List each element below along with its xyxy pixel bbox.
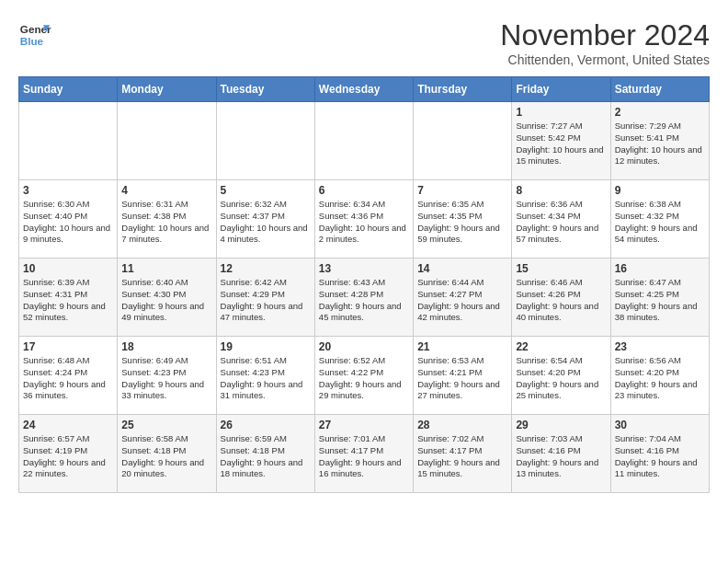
calendar-cell: 13Sunrise: 6:43 AM Sunset: 4:28 PM Dayli… (314, 259, 413, 337)
calendar-cell: 24Sunrise: 6:57 AM Sunset: 4:19 PM Dayli… (19, 415, 118, 493)
calendar-cell: 26Sunrise: 6:59 AM Sunset: 4:18 PM Dayli… (216, 415, 314, 493)
day-info: Sunrise: 7:01 AM Sunset: 4:17 PM Dayligh… (319, 433, 409, 480)
calendar-cell: 21Sunrise: 6:53 AM Sunset: 4:21 PM Dayli… (414, 337, 512, 415)
calendar-cell: 18Sunrise: 6:49 AM Sunset: 4:23 PM Dayli… (118, 337, 216, 415)
calendar-cell: 6Sunrise: 6:34 AM Sunset: 4:36 PM Daylig… (314, 180, 413, 259)
day-info: Sunrise: 7:27 AM Sunset: 5:42 PM Dayligh… (516, 121, 606, 167)
calendar-cell: 14Sunrise: 6:44 AM Sunset: 4:27 PM Dayli… (414, 259, 512, 337)
day-info: Sunrise: 7:03 AM Sunset: 4:16 PM Dayligh… (516, 433, 606, 480)
day-info: Sunrise: 6:40 AM Sunset: 4:30 PM Dayligh… (121, 277, 211, 324)
calendar-cell: 11Sunrise: 6:40 AM Sunset: 4:30 PM Dayli… (118, 259, 216, 337)
day-info: Sunrise: 6:54 AM Sunset: 4:20 PM Dayligh… (516, 355, 606, 402)
day-info: Sunrise: 6:35 AM Sunset: 4:35 PM Dayligh… (417, 199, 507, 246)
day-number: 22 (516, 340, 606, 353)
day-number: 26 (221, 419, 311, 431)
calendar-cell: 17Sunrise: 6:48 AM Sunset: 4:24 PM Dayli… (19, 337, 118, 415)
day-number: 11 (121, 262, 211, 275)
location-subtitle: Chittenden, Vermont, United States (500, 52, 710, 67)
day-info: Sunrise: 6:57 AM Sunset: 4:19 PM Dayligh… (23, 433, 113, 480)
month-title: November 2024 (500, 18, 710, 52)
calendar-cell (19, 102, 118, 180)
day-number: 24 (23, 419, 113, 431)
calendar-table: SundayMondayTuesdayWednesdayThursdayFrid… (18, 76, 710, 493)
calendar-week-row: 17Sunrise: 6:48 AM Sunset: 4:24 PM Dayli… (19, 337, 710, 415)
day-info: Sunrise: 6:31 AM Sunset: 4:38 PM Dayligh… (121, 199, 211, 246)
day-info: Sunrise: 6:43 AM Sunset: 4:28 PM Dayligh… (319, 277, 409, 324)
calendar-cell: 25Sunrise: 6:58 AM Sunset: 4:18 PM Dayli… (118, 415, 216, 493)
day-number: 12 (221, 262, 311, 275)
calendar-cell: 28Sunrise: 7:02 AM Sunset: 4:17 PM Dayli… (414, 415, 512, 493)
day-info: Sunrise: 6:51 AM Sunset: 4:23 PM Dayligh… (221, 355, 311, 402)
day-number: 2 (615, 106, 705, 119)
calendar-cell: 9Sunrise: 6:38 AM Sunset: 4:32 PM Daylig… (610, 180, 709, 259)
calendar-cell: 23Sunrise: 6:56 AM Sunset: 4:20 PM Dayli… (610, 337, 709, 415)
day-header-wednesday: Wednesday (314, 77, 413, 102)
day-info: Sunrise: 6:46 AM Sunset: 4:26 PM Dayligh… (516, 277, 606, 324)
day-header-sunday: Sunday (19, 77, 118, 102)
day-info: Sunrise: 6:52 AM Sunset: 4:22 PM Dayligh… (319, 355, 409, 402)
day-number: 18 (121, 340, 211, 353)
calendar-header-row: SundayMondayTuesdayWednesdayThursdayFrid… (19, 77, 710, 102)
day-info: Sunrise: 6:56 AM Sunset: 4:20 PM Dayligh… (615, 355, 705, 402)
calendar-cell: 8Sunrise: 6:36 AM Sunset: 4:34 PM Daylig… (512, 180, 610, 259)
day-info: Sunrise: 6:34 AM Sunset: 4:36 PM Dayligh… (319, 199, 409, 246)
day-header-saturday: Saturday (610, 77, 709, 102)
calendar-cell: 29Sunrise: 7:03 AM Sunset: 4:16 PM Dayli… (512, 415, 610, 493)
day-number: 6 (319, 184, 409, 197)
day-info: Sunrise: 6:47 AM Sunset: 4:25 PM Dayligh… (615, 277, 705, 324)
day-info: Sunrise: 6:59 AM Sunset: 4:18 PM Dayligh… (221, 433, 311, 480)
day-number: 25 (121, 419, 211, 431)
day-number: 4 (121, 184, 211, 197)
day-number: 29 (516, 419, 606, 431)
day-info: Sunrise: 6:49 AM Sunset: 4:23 PM Dayligh… (121, 355, 211, 402)
day-info: Sunrise: 6:30 AM Sunset: 4:40 PM Dayligh… (23, 199, 113, 246)
day-number: 15 (516, 262, 606, 275)
day-number: 28 (417, 419, 507, 431)
calendar-cell: 4Sunrise: 6:31 AM Sunset: 4:38 PM Daylig… (118, 180, 216, 259)
calendar-cell (118, 102, 216, 180)
day-header-friday: Friday (512, 77, 610, 102)
day-number: 9 (615, 184, 705, 197)
calendar-cell: 15Sunrise: 6:46 AM Sunset: 4:26 PM Dayli… (512, 259, 610, 337)
day-info: Sunrise: 6:58 AM Sunset: 4:18 PM Dayligh… (121, 433, 211, 480)
day-number: 10 (23, 262, 113, 275)
day-number: 8 (516, 184, 606, 197)
calendar-cell: 1Sunrise: 7:27 AM Sunset: 5:42 PM Daylig… (512, 102, 610, 180)
day-info: Sunrise: 7:02 AM Sunset: 4:17 PM Dayligh… (417, 433, 507, 480)
day-number: 23 (615, 340, 705, 353)
day-header-tuesday: Tuesday (216, 77, 314, 102)
calendar-cell: 30Sunrise: 7:04 AM Sunset: 4:16 PM Dayli… (610, 415, 709, 493)
calendar-cell (414, 102, 512, 180)
calendar-cell: 19Sunrise: 6:51 AM Sunset: 4:23 PM Dayli… (216, 337, 314, 415)
day-number: 16 (615, 262, 705, 275)
calendar-cell: 22Sunrise: 6:54 AM Sunset: 4:20 PM Dayli… (512, 337, 610, 415)
day-info: Sunrise: 6:39 AM Sunset: 4:31 PM Dayligh… (23, 277, 113, 324)
title-area: November 2024 Chittenden, Vermont, Unite… (500, 18, 710, 67)
day-info: Sunrise: 6:53 AM Sunset: 4:21 PM Dayligh… (417, 355, 507, 402)
calendar-cell: 10Sunrise: 6:39 AM Sunset: 4:31 PM Dayli… (19, 259, 118, 337)
day-info: Sunrise: 6:36 AM Sunset: 4:34 PM Dayligh… (516, 199, 606, 246)
day-number: 19 (221, 340, 311, 353)
day-number: 5 (221, 184, 311, 197)
day-info: Sunrise: 6:42 AM Sunset: 4:29 PM Dayligh… (221, 277, 311, 324)
calendar-week-row: 3Sunrise: 6:30 AM Sunset: 4:40 PM Daylig… (19, 180, 710, 259)
calendar-cell: 3Sunrise: 6:30 AM Sunset: 4:40 PM Daylig… (19, 180, 118, 259)
day-header-monday: Monday (118, 77, 216, 102)
calendar-cell: 12Sunrise: 6:42 AM Sunset: 4:29 PM Dayli… (216, 259, 314, 337)
day-info: Sunrise: 7:04 AM Sunset: 4:16 PM Dayligh… (615, 433, 705, 480)
day-info: Sunrise: 7:29 AM Sunset: 5:41 PM Dayligh… (615, 121, 705, 167)
day-number: 20 (319, 340, 409, 353)
day-number: 14 (417, 262, 507, 275)
calendar-week-row: 1Sunrise: 7:27 AM Sunset: 5:42 PM Daylig… (19, 102, 710, 180)
day-info: Sunrise: 6:32 AM Sunset: 4:37 PM Dayligh… (221, 199, 311, 246)
calendar-cell: 16Sunrise: 6:47 AM Sunset: 4:25 PM Dayli… (610, 259, 709, 337)
calendar-week-row: 10Sunrise: 6:39 AM Sunset: 4:31 PM Dayli… (19, 259, 710, 337)
day-info: Sunrise: 6:38 AM Sunset: 4:32 PM Dayligh… (615, 199, 705, 246)
logo-icon: General Blue (18, 18, 51, 52)
day-number: 7 (417, 184, 507, 197)
calendar-cell (216, 102, 314, 180)
day-number: 1 (516, 106, 606, 119)
calendar-cell: 2Sunrise: 7:29 AM Sunset: 5:41 PM Daylig… (610, 102, 709, 180)
day-number: 3 (23, 184, 113, 197)
day-info: Sunrise: 6:44 AM Sunset: 4:27 PM Dayligh… (417, 277, 507, 324)
